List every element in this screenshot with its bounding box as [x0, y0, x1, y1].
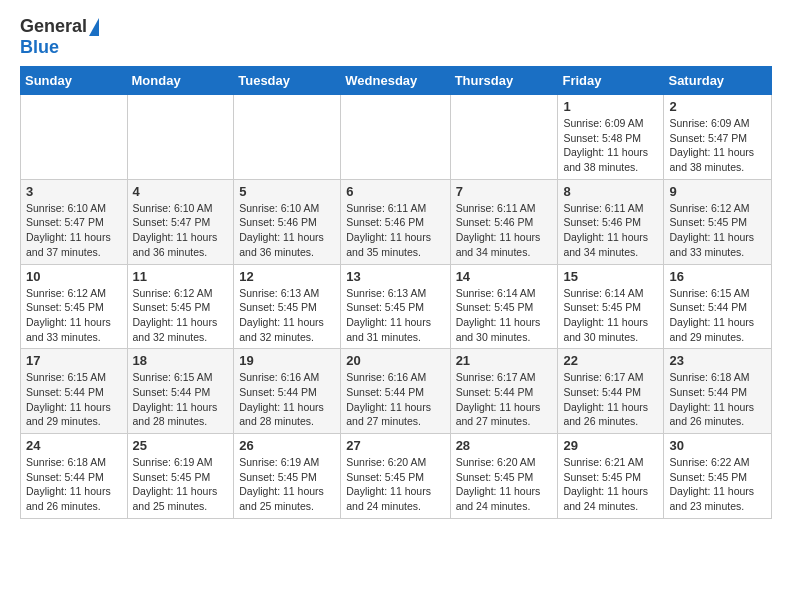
- day-info: Sunrise: 6:16 AM Sunset: 5:44 PM Dayligh…: [239, 370, 335, 429]
- calendar-cell: 15Sunrise: 6:14 AM Sunset: 5:45 PM Dayli…: [558, 264, 664, 349]
- calendar-cell: [450, 95, 558, 180]
- day-number: 10: [26, 269, 122, 284]
- day-number: 29: [563, 438, 658, 453]
- day-info: Sunrise: 6:09 AM Sunset: 5:48 PM Dayligh…: [563, 116, 658, 175]
- day-number: 18: [133, 353, 229, 368]
- day-info: Sunrise: 6:13 AM Sunset: 5:45 PM Dayligh…: [346, 286, 444, 345]
- day-number: 21: [456, 353, 553, 368]
- weekday-header-sunday: Sunday: [21, 67, 128, 95]
- day-number: 26: [239, 438, 335, 453]
- day-info: Sunrise: 6:18 AM Sunset: 5:44 PM Dayligh…: [26, 455, 122, 514]
- calendar-week-row: 3Sunrise: 6:10 AM Sunset: 5:47 PM Daylig…: [21, 179, 772, 264]
- calendar-cell: 20Sunrise: 6:16 AM Sunset: 5:44 PM Dayli…: [341, 349, 450, 434]
- calendar-cell: 27Sunrise: 6:20 AM Sunset: 5:45 PM Dayli…: [341, 434, 450, 519]
- calendar-cell: 25Sunrise: 6:19 AM Sunset: 5:45 PM Dayli…: [127, 434, 234, 519]
- weekday-header-saturday: Saturday: [664, 67, 772, 95]
- day-number: 14: [456, 269, 553, 284]
- calendar-week-row: 10Sunrise: 6:12 AM Sunset: 5:45 PM Dayli…: [21, 264, 772, 349]
- day-number: 28: [456, 438, 553, 453]
- day-number: 4: [133, 184, 229, 199]
- day-info: Sunrise: 6:20 AM Sunset: 5:45 PM Dayligh…: [346, 455, 444, 514]
- day-info: Sunrise: 6:17 AM Sunset: 5:44 PM Dayligh…: [456, 370, 553, 429]
- day-number: 17: [26, 353, 122, 368]
- calendar-cell: 17Sunrise: 6:15 AM Sunset: 5:44 PM Dayli…: [21, 349, 128, 434]
- day-number: 12: [239, 269, 335, 284]
- day-info: Sunrise: 6:15 AM Sunset: 5:44 PM Dayligh…: [669, 286, 766, 345]
- calendar-cell: 24Sunrise: 6:18 AM Sunset: 5:44 PM Dayli…: [21, 434, 128, 519]
- calendar-cell: 19Sunrise: 6:16 AM Sunset: 5:44 PM Dayli…: [234, 349, 341, 434]
- day-info: Sunrise: 6:12 AM Sunset: 5:45 PM Dayligh…: [133, 286, 229, 345]
- calendar-cell: [127, 95, 234, 180]
- day-info: Sunrise: 6:18 AM Sunset: 5:44 PM Dayligh…: [669, 370, 766, 429]
- day-info: Sunrise: 6:14 AM Sunset: 5:45 PM Dayligh…: [456, 286, 553, 345]
- calendar-table: SundayMondayTuesdayWednesdayThursdayFrid…: [20, 66, 772, 519]
- day-info: Sunrise: 6:11 AM Sunset: 5:46 PM Dayligh…: [346, 201, 444, 260]
- calendar-cell: 8Sunrise: 6:11 AM Sunset: 5:46 PM Daylig…: [558, 179, 664, 264]
- weekday-header-monday: Monday: [127, 67, 234, 95]
- day-info: Sunrise: 6:22 AM Sunset: 5:45 PM Dayligh…: [669, 455, 766, 514]
- day-info: Sunrise: 6:15 AM Sunset: 5:44 PM Dayligh…: [133, 370, 229, 429]
- day-info: Sunrise: 6:15 AM Sunset: 5:44 PM Dayligh…: [26, 370, 122, 429]
- calendar-cell: 11Sunrise: 6:12 AM Sunset: 5:45 PM Dayli…: [127, 264, 234, 349]
- calendar-cell: [341, 95, 450, 180]
- logo-general-text: General: [20, 16, 87, 37]
- weekday-header-friday: Friday: [558, 67, 664, 95]
- calendar-week-row: 24Sunrise: 6:18 AM Sunset: 5:44 PM Dayli…: [21, 434, 772, 519]
- logo-blue-text: Blue: [20, 37, 59, 58]
- calendar-cell: 22Sunrise: 6:17 AM Sunset: 5:44 PM Dayli…: [558, 349, 664, 434]
- calendar-cell: 2Sunrise: 6:09 AM Sunset: 5:47 PM Daylig…: [664, 95, 772, 180]
- day-info: Sunrise: 6:19 AM Sunset: 5:45 PM Dayligh…: [133, 455, 229, 514]
- day-info: Sunrise: 6:14 AM Sunset: 5:45 PM Dayligh…: [563, 286, 658, 345]
- day-info: Sunrise: 6:17 AM Sunset: 5:44 PM Dayligh…: [563, 370, 658, 429]
- header: General Blue: [20, 16, 772, 58]
- day-info: Sunrise: 6:10 AM Sunset: 5:47 PM Dayligh…: [133, 201, 229, 260]
- calendar-cell: [21, 95, 128, 180]
- day-info: Sunrise: 6:13 AM Sunset: 5:45 PM Dayligh…: [239, 286, 335, 345]
- day-number: 9: [669, 184, 766, 199]
- day-number: 13: [346, 269, 444, 284]
- day-info: Sunrise: 6:20 AM Sunset: 5:45 PM Dayligh…: [456, 455, 553, 514]
- calendar-cell: 16Sunrise: 6:15 AM Sunset: 5:44 PM Dayli…: [664, 264, 772, 349]
- calendar-cell: 30Sunrise: 6:22 AM Sunset: 5:45 PM Dayli…: [664, 434, 772, 519]
- day-number: 27: [346, 438, 444, 453]
- day-number: 6: [346, 184, 444, 199]
- day-number: 2: [669, 99, 766, 114]
- calendar-cell: 10Sunrise: 6:12 AM Sunset: 5:45 PM Dayli…: [21, 264, 128, 349]
- weekday-header-tuesday: Tuesday: [234, 67, 341, 95]
- weekday-header-thursday: Thursday: [450, 67, 558, 95]
- day-number: 1: [563, 99, 658, 114]
- calendar-cell: 23Sunrise: 6:18 AM Sunset: 5:44 PM Dayli…: [664, 349, 772, 434]
- day-number: 23: [669, 353, 766, 368]
- calendar-cell: 26Sunrise: 6:19 AM Sunset: 5:45 PM Dayli…: [234, 434, 341, 519]
- calendar-cell: 21Sunrise: 6:17 AM Sunset: 5:44 PM Dayli…: [450, 349, 558, 434]
- calendar-cell: 5Sunrise: 6:10 AM Sunset: 5:46 PM Daylig…: [234, 179, 341, 264]
- day-info: Sunrise: 6:10 AM Sunset: 5:46 PM Dayligh…: [239, 201, 335, 260]
- weekday-header-row: SundayMondayTuesdayWednesdayThursdayFrid…: [21, 67, 772, 95]
- day-info: Sunrise: 6:12 AM Sunset: 5:45 PM Dayligh…: [26, 286, 122, 345]
- day-info: Sunrise: 6:21 AM Sunset: 5:45 PM Dayligh…: [563, 455, 658, 514]
- calendar-cell: 3Sunrise: 6:10 AM Sunset: 5:47 PM Daylig…: [21, 179, 128, 264]
- day-info: Sunrise: 6:09 AM Sunset: 5:47 PM Dayligh…: [669, 116, 766, 175]
- calendar-cell: 14Sunrise: 6:14 AM Sunset: 5:45 PM Dayli…: [450, 264, 558, 349]
- day-info: Sunrise: 6:19 AM Sunset: 5:45 PM Dayligh…: [239, 455, 335, 514]
- calendar-cell: 13Sunrise: 6:13 AM Sunset: 5:45 PM Dayli…: [341, 264, 450, 349]
- day-number: 11: [133, 269, 229, 284]
- day-info: Sunrise: 6:10 AM Sunset: 5:47 PM Dayligh…: [26, 201, 122, 260]
- calendar-cell: 1Sunrise: 6:09 AM Sunset: 5:48 PM Daylig…: [558, 95, 664, 180]
- day-number: 7: [456, 184, 553, 199]
- day-number: 19: [239, 353, 335, 368]
- day-number: 16: [669, 269, 766, 284]
- calendar-week-row: 17Sunrise: 6:15 AM Sunset: 5:44 PM Dayli…: [21, 349, 772, 434]
- calendar-cell: 28Sunrise: 6:20 AM Sunset: 5:45 PM Dayli…: [450, 434, 558, 519]
- calendar-cell: 7Sunrise: 6:11 AM Sunset: 5:46 PM Daylig…: [450, 179, 558, 264]
- calendar-cell: 18Sunrise: 6:15 AM Sunset: 5:44 PM Dayli…: [127, 349, 234, 434]
- calendar-cell: 6Sunrise: 6:11 AM Sunset: 5:46 PM Daylig…: [341, 179, 450, 264]
- calendar-cell: 29Sunrise: 6:21 AM Sunset: 5:45 PM Dayli…: [558, 434, 664, 519]
- calendar-cell: 12Sunrise: 6:13 AM Sunset: 5:45 PM Dayli…: [234, 264, 341, 349]
- day-number: 30: [669, 438, 766, 453]
- weekday-header-wednesday: Wednesday: [341, 67, 450, 95]
- day-number: 3: [26, 184, 122, 199]
- calendar-cell: [234, 95, 341, 180]
- logo: General Blue: [20, 16, 99, 58]
- day-number: 5: [239, 184, 335, 199]
